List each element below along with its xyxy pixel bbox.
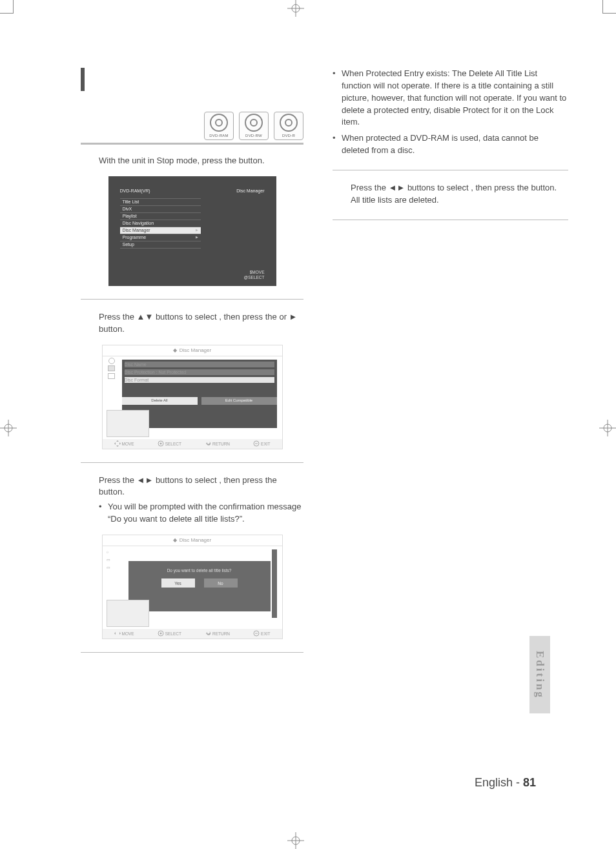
step-text: Press the xyxy=(99,475,137,485)
step-text: button. xyxy=(531,183,557,192)
disc-dvd-rw-icon: DVD-RW xyxy=(239,112,269,140)
step-text: buttons to select xyxy=(153,475,219,485)
step-text: buttons to select xyxy=(153,312,219,322)
sub-bullet: •You will be prompted with the confirmat… xyxy=(99,501,303,526)
osd-button-yes: Yes xyxy=(161,578,195,588)
triangle-right-icon: ▶ xyxy=(196,228,198,232)
osd-button-no: No xyxy=(204,578,238,588)
triangle-right-icon: ▶ xyxy=(196,235,198,240)
side-icon xyxy=(108,365,115,371)
side-icon: ▭ xyxy=(107,565,119,571)
osd-row: DivX xyxy=(123,206,132,212)
onscreen-menu-mock-2: ◆Disc Manager Disc Name Disc Protection … xyxy=(102,345,283,449)
osd-button-delete-all: Delete All xyxy=(122,397,198,405)
divider xyxy=(333,220,568,220)
disc-dvd-r-icon: DVD-R xyxy=(274,112,303,140)
side-icon xyxy=(108,358,115,364)
up-down-arrow-icon: ▲▼ xyxy=(137,311,154,323)
nav-move: MOVE xyxy=(114,630,134,637)
note-bullet: When protected a DVD-RAM is used, data c… xyxy=(333,132,568,157)
divider xyxy=(81,462,303,463)
step-text: or xyxy=(279,312,289,322)
osd-header: Disc Manager xyxy=(180,347,211,354)
osd-row: Playlist xyxy=(123,213,137,220)
svg-point-17 xyxy=(159,633,161,635)
osd-field-selected: Disc Format xyxy=(125,378,149,382)
notes-list: When Protected Entry exists: The Delete … xyxy=(333,68,568,157)
step-2: Press the ▲▼ buttons to select , then pr… xyxy=(81,311,303,449)
left-right-arrow-icon: ◄► xyxy=(137,475,154,487)
osd-dialog-text: Do you want to delete all title lists? xyxy=(128,561,271,578)
step-result: All title lists are deleted. xyxy=(351,195,439,205)
divider xyxy=(333,170,568,170)
registration-mark-icon xyxy=(0,420,17,436)
osd-row-selected: Disc Manager xyxy=(123,227,150,234)
osd-row: Programme xyxy=(123,234,147,241)
divider xyxy=(81,299,303,300)
nav-return: RETURN xyxy=(205,630,230,637)
step-3: Press the ◄► buttons to select , then pr… xyxy=(81,475,303,639)
step-text: , then press the xyxy=(219,312,279,322)
onscreen-menu-mock-1: DVD-RAM(VR)Disc Manager Title List DivX … xyxy=(108,176,276,286)
osd-header: Disc Manager xyxy=(180,537,211,544)
registration-mark-icon xyxy=(287,832,304,849)
nav-select: SELECT xyxy=(158,440,181,447)
osd-preview-pane xyxy=(107,600,149,627)
osd-preview-pane xyxy=(107,410,149,437)
nav-move: MOVE xyxy=(114,440,134,447)
registration-mark-icon xyxy=(287,0,304,17)
nav-return: RETURN xyxy=(205,440,230,447)
osd-row: Title List xyxy=(123,199,139,205)
crop-mark xyxy=(0,0,14,14)
side-icon xyxy=(108,373,115,379)
osd-hint: @SELECT xyxy=(244,274,265,280)
step-text: buttons to select xyxy=(405,183,471,192)
section-tab: Editing xyxy=(529,636,550,713)
osd-row: Disc Navigation xyxy=(123,220,154,227)
step-text: , then press the xyxy=(219,475,277,485)
diamond-icon: ◆ xyxy=(173,537,177,544)
onscreen-menu-mock-3: ◆Disc Manager ○ ▭ ▭ Do you want to delet… xyxy=(102,535,283,639)
disc-type-row: DVD-RAM DVD-RW DVD-R xyxy=(81,112,303,140)
divider xyxy=(81,143,303,145)
svg-point-13 xyxy=(159,442,161,444)
divider xyxy=(81,652,303,653)
step-text: Press the xyxy=(351,183,389,192)
step-text: Press the xyxy=(99,312,137,322)
nav-exit: EXIT xyxy=(253,440,270,447)
osd-button-edit-compatible: Edit Compatible xyxy=(201,397,277,405)
note-bullet: When Protected Entry exists: The Delete … xyxy=(333,68,568,128)
left-right-arrow-icon: ◄► xyxy=(389,182,406,194)
registration-mark-icon xyxy=(599,420,616,436)
crop-mark xyxy=(602,0,616,14)
side-icon: ▭ xyxy=(107,557,119,564)
right-arrow-icon: ► xyxy=(289,311,298,323)
osd-right-strip xyxy=(272,549,277,618)
step-text: button. xyxy=(99,487,125,496)
osd-field: Disc Protection : Not Protected xyxy=(125,370,187,374)
step-text: , then press the xyxy=(471,183,531,192)
nav-exit: EXIT xyxy=(253,630,270,637)
osd-title-left: DVD-RAM(VR) xyxy=(120,188,150,194)
step-text: With the unit in Stop mode, press the xyxy=(99,156,239,165)
step-1: With the unit in Stop mode, press the bu… xyxy=(81,155,303,286)
osd-field: Disc Name xyxy=(125,362,147,367)
step-4: Press the ◄► buttons to select , then pr… xyxy=(333,182,568,207)
diamond-icon: ◆ xyxy=(173,347,177,354)
osd-title-right: Disc Manager xyxy=(236,188,264,194)
page-footer: English - 81 xyxy=(475,774,536,791)
disc-dvd-ram-icon: DVD-RAM xyxy=(204,112,234,140)
step-text: button. xyxy=(99,324,125,334)
nav-select: SELECT xyxy=(158,630,181,637)
step-text-tail: button. xyxy=(239,156,265,165)
osd-row: Setup xyxy=(123,241,134,248)
side-icon: ○ xyxy=(107,549,119,556)
